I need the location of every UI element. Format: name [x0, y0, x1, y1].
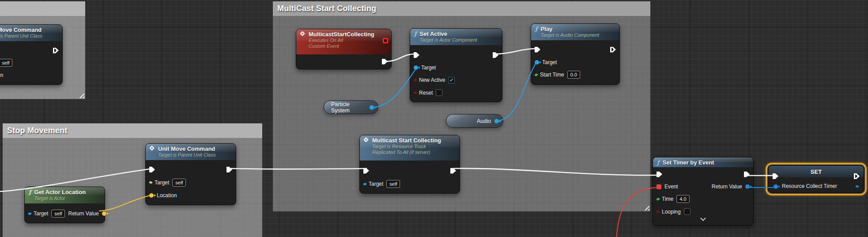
looping-checkbox[interactable] — [684, 208, 691, 215]
return-value-pin[interactable] — [102, 211, 106, 216]
blueprint-graph-canvas[interactable]: Stop Movement MultiCast Start Collecting… — [0, 0, 868, 237]
function-icon: ƒ — [657, 159, 660, 166]
event-diamond-icon — [363, 137, 368, 142]
pin-label: Location — [0, 72, 3, 78]
self-value-box[interactable]: self — [0, 59, 12, 67]
reset-checkbox[interactable] — [436, 89, 442, 96]
event-diamond-icon — [149, 145, 154, 150]
node-unit-move-command[interactable]: Unit Move Command Target is Parent Unit … — [145, 143, 236, 205]
exec-output-pin[interactable] — [226, 167, 232, 172]
function-icon: ƒ — [414, 31, 417, 37]
node-multicast-start-collecting-event[interactable]: MulticastStartCollecting Executes On All… — [296, 29, 392, 69]
exec-input-pin[interactable] — [535, 47, 540, 53]
node-header: ƒ Play Target is Audio Component — [531, 24, 619, 40]
node-multicast-start-collecting-call[interactable]: Multicast Start Collecting Target is Res… — [359, 135, 460, 194]
particle-system-output-pin[interactable] — [370, 105, 374, 110]
self-value-box[interactable]: self — [386, 180, 400, 188]
variable-node-particle-system[interactable]: Particle System — [324, 100, 378, 114]
node-subtitle: Target is Audio Component — [541, 32, 600, 38]
node-unit-move-command-partial[interactable]: Unit Move Command Target is Parent Unit … — [0, 24, 63, 85]
self-value-box[interactable]: self — [51, 210, 65, 218]
event-diamond-icon — [300, 31, 305, 36]
target-pin[interactable] — [28, 213, 30, 215]
reset-pin[interactable] — [414, 92, 416, 94]
start-time-pin[interactable] — [535, 74, 537, 76]
node-header: ƒ Get Actor Location Target is Actor — [25, 187, 105, 203]
event-delegate-pin[interactable] — [657, 184, 661, 189]
variable-label: Audio — [477, 118, 491, 124]
node-play[interactable]: ƒ Play Target is Audio Component Target … — [531, 23, 620, 85]
node-subtitle: Target is Actor Component — [420, 37, 477, 43]
time-pin[interactable] — [657, 198, 659, 200]
pin-label: Reset — [419, 90, 433, 96]
comment-header[interactable]: Stop Movement — [3, 123, 262, 138]
looping-pin[interactable] — [657, 210, 659, 213]
exec-input-pin[interactable] — [149, 167, 155, 172]
node-set-resource-collect-timer[interactable]: SET Resource Collect Timer — [768, 165, 864, 193]
expand-pins-chevron-icon[interactable] — [700, 215, 706, 221]
exec-output-pin[interactable] — [854, 173, 860, 179]
start-time-value-box[interactable]: 0.0 — [567, 71, 580, 79]
pin-label: Time — [662, 196, 673, 202]
exec-output-pin[interactable] — [610, 47, 616, 53]
pin-label: Target — [421, 65, 436, 71]
exec-output-pin[interactable] — [450, 168, 456, 174]
comment-title: Stop Movement — [7, 126, 68, 135]
pin-label: Return Value — [68, 210, 98, 217]
node-subtitle: Target is Resource Truck — [372, 144, 441, 149]
target-pin[interactable] — [414, 65, 418, 70]
node-header: MulticastStartCollecting Executes On All… — [296, 29, 391, 54]
exec-output-pin[interactable] — [53, 48, 59, 54]
comment-title: MultiCast Start Collecting — [277, 4, 376, 13]
node-set-timer-by-event[interactable]: ƒ Set Timer by Event Event Return Value … — [653, 157, 754, 226]
node-get-actor-location[interactable]: ƒ Get Actor Location Target is Actor Tar… — [24, 187, 105, 223]
pin-label: Return Value — [712, 183, 742, 190]
comment-header[interactable] — [0, 1, 85, 16]
exec-output-pin[interactable] — [493, 52, 498, 58]
function-icon: ƒ — [29, 189, 31, 195]
node-title: Multicast Start Collecting — [372, 137, 441, 144]
new-active-checkbox[interactable]: ✔ — [448, 77, 455, 84]
variable-node-audio[interactable]: Audio — [446, 114, 503, 128]
node-header: Unit Move Command Target is Parent Unit … — [146, 144, 236, 160]
target-pin[interactable] — [535, 60, 539, 65]
node-header: Multicast Start Collecting Target is Res… — [360, 135, 460, 161]
selection-highlight-border: SET Resource Collect Timer — [766, 163, 867, 195]
pin-label: Target — [542, 59, 557, 65]
pin-label: Looping — [662, 209, 681, 215]
exec-input-pin[interactable] — [363, 168, 369, 174]
variable-input-pin[interactable] — [774, 184, 778, 189]
node-title: SET — [769, 168, 864, 175]
node-title: Unit Move Command — [0, 27, 42, 33]
pin-label: Resource Collect Timer — [782, 183, 837, 189]
target-pin[interactable] — [363, 183, 366, 185]
pin-label: Target — [34, 210, 48, 217]
variable-output-pin[interactable] — [856, 185, 858, 187]
comment-header[interactable]: MultiCast Start Collecting — [273, 1, 650, 16]
node-header: ƒ Set Active Target is Actor Component — [410, 29, 502, 45]
pin-label: Location — [157, 192, 177, 199]
exec-output-pin[interactable] — [744, 172, 750, 177]
return-value-pin[interactable] — [745, 184, 750, 189]
pin-label: New Active — [419, 77, 445, 83]
node-subtitle: Custom Event — [309, 43, 374, 49]
exec-input-pin[interactable] — [773, 173, 778, 179]
exec-output-pin[interactable] — [382, 59, 388, 65]
self-value-box[interactable]: self — [172, 179, 186, 187]
node-subtitle: Target is Parent Unit Class — [158, 152, 215, 158]
function-icon: ƒ — [535, 26, 538, 32]
audio-output-pin[interactable] — [494, 119, 499, 123]
location-pin[interactable] — [149, 193, 154, 198]
node-title: Unit Move Command — [158, 145, 215, 152]
pin-label: Target — [369, 181, 383, 187]
node-title: MulticastStartCollecting — [309, 31, 374, 38]
node-title: Play — [541, 26, 600, 32]
target-pin[interactable] — [149, 181, 151, 183]
node-set-active[interactable]: ƒ Set Active Target is Actor Component T… — [410, 28, 502, 102]
node-header: ƒ Set Timer by Event — [653, 157, 753, 167]
time-value-box[interactable]: 4.0 — [676, 195, 689, 203]
new-active-pin[interactable] — [414, 79, 416, 81]
exec-input-pin[interactable] — [657, 172, 662, 177]
exec-input-pin[interactable] — [414, 52, 419, 58]
node-title: Set Timer by Event — [663, 159, 714, 166]
